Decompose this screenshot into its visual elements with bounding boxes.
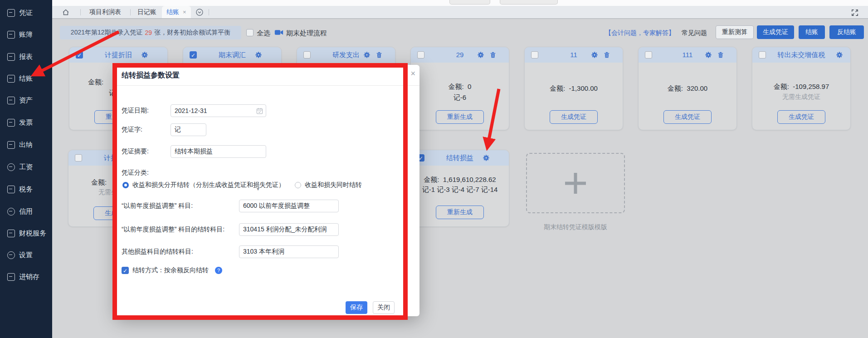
no-voucher-note: 无需生成凭证	[752, 93, 850, 101]
cancel-button[interactable]: 关闭	[373, 301, 395, 314]
regenerate-button[interactable]: 重新生成	[436, 110, 484, 124]
select-all-checkbox[interactable]	[246, 29, 254, 36]
select-all-label[interactable]: 全选	[257, 29, 270, 38]
voucher-date-row: 凭证日期:	[122, 104, 149, 117]
voucher-word-select[interactable]: 记 ▼	[171, 123, 206, 136]
selected-voucher-word: 记	[175, 126, 181, 134]
generate-voucher-card-button[interactable]: 生成凭证	[663, 110, 712, 124]
card-header: 研发支出	[297, 47, 395, 63]
gear-icon[interactable]	[591, 51, 598, 59]
sidebar-item-closing[interactable]: 结账	[0, 69, 52, 88]
voucher-date-input[interactable]	[171, 104, 266, 117]
radio-simultaneous-label[interactable]: 收益和损失同时结转	[305, 181, 362, 189]
amount-line: 金额: -109,258.97	[752, 83, 850, 91]
tab-label: 项目利润表	[89, 8, 121, 15]
gear-icon[interactable]	[705, 51, 712, 59]
prior-year-transfer-input[interactable]	[239, 223, 339, 236]
credit-icon	[7, 208, 15, 216]
recalculate-button[interactable]: 重新测算	[716, 25, 754, 39]
sidebar-item-label: 工资	[19, 163, 33, 171]
fullscreen-icon[interactable]	[852, 10, 858, 16]
gear-icon[interactable]	[483, 154, 490, 162]
invoice-icon	[7, 119, 15, 127]
closing-card-vat-transfer: 转出未交增值税 金额: -109,258.97 无需生成凭证 生成凭证	[752, 47, 851, 130]
generate-voucher-card-button[interactable]: 生成凭证	[777, 110, 825, 124]
closing-card-29: 29 金额: 0 记-6 重新生成	[410, 47, 509, 130]
sidebar-item-label: 资产	[19, 96, 33, 105]
radio-separate-carryover[interactable]	[122, 182, 129, 188]
chevron-down-circle-icon[interactable]	[196, 9, 203, 16]
carryover-method-row: ✓ 结转方式：按余额反向结转 ?	[122, 264, 222, 277]
sidebar-item-asset[interactable]: 资产	[0, 91, 52, 109]
sidebar-item-settings[interactable]: 设置	[0, 246, 52, 264]
gear-icon[interactable]	[363, 51, 371, 59]
video-icon[interactable]	[274, 29, 283, 36]
radio-simultaneous-carryover[interactable]	[295, 182, 301, 188]
sidebar-item-credit[interactable]: 信用	[0, 202, 52, 220]
expert-qa-link[interactable]: 【会计问题，专家解答】	[605, 29, 675, 37]
period-summary: 2021年第12期共录入凭证 29 张，财务初始余额试算平衡	[60, 26, 241, 39]
regenerate-button[interactable]: 重新生成	[436, 206, 484, 219]
sidebar-item-inventory[interactable]: 进销存	[0, 268, 52, 286]
sidebar-item-cashier[interactable]: 出纳	[0, 136, 52, 154]
gear-icon[interactable]	[477, 51, 484, 59]
generate-voucher-button[interactable]: 生成凭证	[757, 25, 794, 39]
sidebar-item-label: 账簿	[19, 30, 33, 39]
report-icon	[7, 53, 15, 61]
generate-voucher-card-button[interactable]: 生成凭证	[550, 110, 598, 124]
trash-icon[interactable]	[717, 51, 724, 59]
card-header: 11	[525, 47, 623, 63]
sidebar-item-salary[interactable]: 工资	[0, 158, 52, 176]
card-title: 结转损益	[411, 154, 509, 162]
other-account-input[interactable]	[239, 245, 339, 258]
sidebar-item-label: 出纳	[19, 141, 33, 149]
sidebar-item-label: 财税服务	[19, 229, 46, 238]
template-card-label: 期末结转凭证模版模版	[526, 223, 625, 231]
sidebar-item-ledger[interactable]: 账簿	[0, 25, 52, 44]
voucher-count: 29	[145, 29, 152, 36]
sidebar-item-label: 设置	[19, 251, 33, 260]
sidebar-item-finance-service[interactable]: 财税服务	[0, 224, 52, 242]
carryover-method-checkbox[interactable]: ✓	[122, 267, 129, 274]
card-header: 转出未交增值税	[752, 47, 850, 63]
gear-icon[interactable]	[836, 51, 843, 59]
sidebar-item-voucher[interactable]: 凭证	[0, 4, 52, 22]
sidebar-item-label: 凭证	[19, 9, 33, 17]
prior-year-account-input[interactable]	[239, 200, 339, 212]
tab-project-profit[interactable]: 项目利润表	[85, 6, 126, 18]
voucher-summary-row: 凭证摘要:	[122, 145, 149, 158]
gear-icon[interactable]	[141, 51, 148, 59]
sidebar-item-tax[interactable]: 税务	[0, 180, 52, 198]
add-template-card[interactable]	[526, 153, 625, 213]
faq-link[interactable]: 常见问题	[682, 29, 707, 37]
app-window: 凭证 账簿 报表 结账 资产 发票 出纳 工资 税务 信用 财税服务 设置 进销…	[0, 0, 868, 338]
help-icon[interactable]: ?	[215, 267, 222, 274]
sidebar-item-invoice[interactable]: 发票	[0, 113, 52, 132]
save-button[interactable]: 保存	[346, 301, 367, 314]
sidebar-item-label: 报表	[19, 53, 33, 61]
close-icon[interactable]: ×	[410, 69, 415, 78]
voucher-date-label: 凭证日期:	[122, 107, 149, 115]
calendar-icon[interactable]	[256, 108, 263, 114]
closing-card-11: 11 金额: -1,300.00 生成凭证	[524, 47, 623, 130]
voucher-summary-input[interactable]	[171, 145, 266, 158]
process-flow-link[interactable]: 期末处理流程	[286, 29, 327, 38]
reverse-close-button[interactable]: 反结账	[829, 25, 864, 39]
close-period-button[interactable]: 结账	[799, 25, 825, 39]
carryover-method-label: 结转方式：按余额反向结转	[132, 266, 209, 274]
trash-icon[interactable]	[490, 51, 496, 59]
card-header: ✓ 计提折旧	[69, 47, 167, 63]
radio-separate-label[interactable]: 收益和损失分开结转（分别生成收益凭证和损失凭证）	[132, 181, 285, 189]
plus-icon	[574, 173, 577, 194]
tab-closing[interactable]: 结账×	[162, 6, 191, 18]
gear-icon[interactable]	[255, 51, 262, 59]
home-icon[interactable]	[62, 9, 69, 16]
card-header: ✓ 期末调汇	[183, 47, 281, 63]
tab-journal[interactable]: 日记账	[133, 6, 161, 18]
sidebar-item-report[interactable]: 报表	[0, 48, 52, 66]
close-tab-icon[interactable]: ×	[183, 9, 186, 15]
top-cut-element	[449, 0, 490, 5]
trash-icon[interactable]	[604, 51, 610, 59]
tab-bar: 项目利润表 日记账 结账×	[52, 6, 868, 19]
trash-icon[interactable]	[376, 51, 382, 59]
